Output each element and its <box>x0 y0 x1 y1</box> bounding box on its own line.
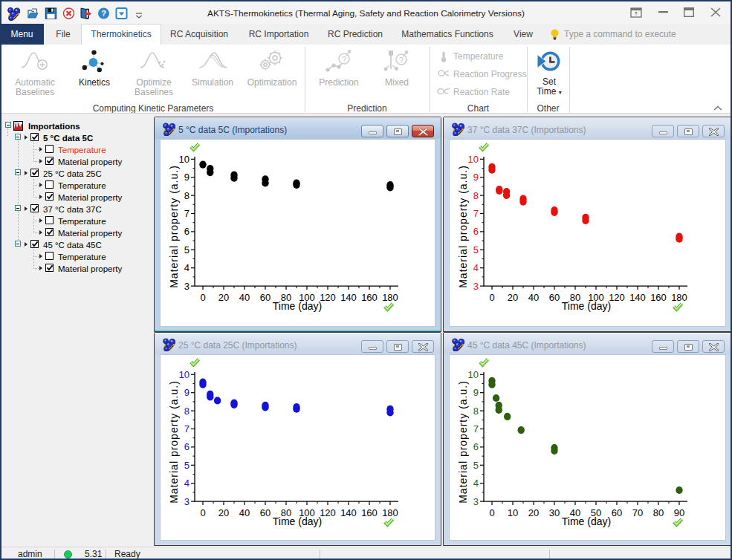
svg-text:140: 140 <box>629 292 646 303</box>
svg-text:10: 10 <box>468 154 479 165</box>
svg-text:Material property (a.u.): Material property (a.u.) <box>457 380 469 504</box>
svg-text:160: 160 <box>650 292 667 303</box>
svg-text:9: 9 <box>473 172 479 183</box>
svg-text:120: 120 <box>609 292 625 303</box>
svg-text:40: 40 <box>528 292 539 303</box>
svg-text:3: 3 <box>184 496 190 507</box>
svg-text:7: 7 <box>473 423 479 434</box>
svg-text:8: 8 <box>184 190 190 201</box>
svg-text:9: 9 <box>184 387 190 398</box>
svg-text:160: 160 <box>361 507 378 518</box>
svg-text:180: 180 <box>671 292 687 303</box>
svg-text:5: 5 <box>184 460 190 471</box>
svg-text:7: 7 <box>184 208 190 219</box>
svg-text:140: 140 <box>340 292 357 303</box>
svg-text:20: 20 <box>218 292 229 303</box>
svg-text:5: 5 <box>473 244 479 255</box>
svg-text:60: 60 <box>549 292 560 303</box>
svg-text:4: 4 <box>184 262 190 273</box>
svg-text:10: 10 <box>508 507 518 518</box>
svg-text:120: 120 <box>320 507 336 518</box>
svg-text:Time (day): Time (day) <box>273 515 322 527</box>
svg-text:Material property (a.u.): Material property (a.u.) <box>457 165 469 288</box>
svg-text:10: 10 <box>468 369 479 380</box>
svg-text:5: 5 <box>473 460 479 471</box>
svg-text:90: 90 <box>674 507 684 518</box>
svg-text:6: 6 <box>184 226 190 237</box>
svg-text:60: 60 <box>260 507 271 518</box>
svg-text:3: 3 <box>184 281 190 292</box>
svg-text:Material property (a.u.): Material property (a.u.) <box>168 380 180 504</box>
svg-text:30: 30 <box>549 507 560 518</box>
svg-text:Time (day): Time (day) <box>273 300 322 312</box>
svg-text:70: 70 <box>632 507 643 518</box>
svg-text:180: 180 <box>382 507 398 518</box>
svg-text:5: 5 <box>184 244 190 255</box>
svg-text:20: 20 <box>508 292 518 303</box>
svg-text:6: 6 <box>473 441 479 452</box>
svg-text:0: 0 <box>489 292 494 303</box>
svg-text:20: 20 <box>528 507 539 518</box>
svg-text:Time (day): Time (day) <box>562 515 611 527</box>
svg-text:0: 0 <box>200 292 205 303</box>
svg-text:3: 3 <box>473 496 479 507</box>
svg-text:4: 4 <box>473 262 479 273</box>
svg-text:80: 80 <box>653 507 664 518</box>
svg-text:10: 10 <box>179 369 190 380</box>
svg-text:9: 9 <box>184 172 190 183</box>
svg-text:180: 180 <box>382 292 398 303</box>
svg-text:?: ? <box>399 56 404 65</box>
svg-text:140: 140 <box>340 507 357 518</box>
svg-text:8: 8 <box>473 406 479 417</box>
svg-text:9: 9 <box>473 387 479 398</box>
svg-text:160: 160 <box>361 292 378 303</box>
svg-text:Time (day): Time (day) <box>562 300 611 312</box>
svg-text:4: 4 <box>184 478 190 489</box>
svg-text:4: 4 <box>473 478 479 489</box>
svg-text:?: ? <box>342 55 346 64</box>
svg-text:6: 6 <box>184 441 190 452</box>
svg-text:10: 10 <box>179 154 190 165</box>
svg-text:3: 3 <box>473 281 479 292</box>
svg-text:20: 20 <box>218 507 229 518</box>
svg-text:40: 40 <box>239 507 250 518</box>
svg-text:40: 40 <box>239 292 250 303</box>
svg-text:120: 120 <box>320 292 336 303</box>
svg-text:Material property (a.u.): Material property (a.u.) <box>168 165 180 288</box>
svg-text:60: 60 <box>612 507 622 518</box>
svg-text:7: 7 <box>473 208 479 219</box>
svg-text:6: 6 <box>473 226 479 237</box>
svg-text:7: 7 <box>184 423 190 434</box>
svg-text:8: 8 <box>473 190 479 201</box>
svg-text:60: 60 <box>260 292 271 303</box>
svg-text:0: 0 <box>200 507 205 518</box>
svg-text:8: 8 <box>184 406 190 417</box>
svg-text:0: 0 <box>489 507 494 518</box>
